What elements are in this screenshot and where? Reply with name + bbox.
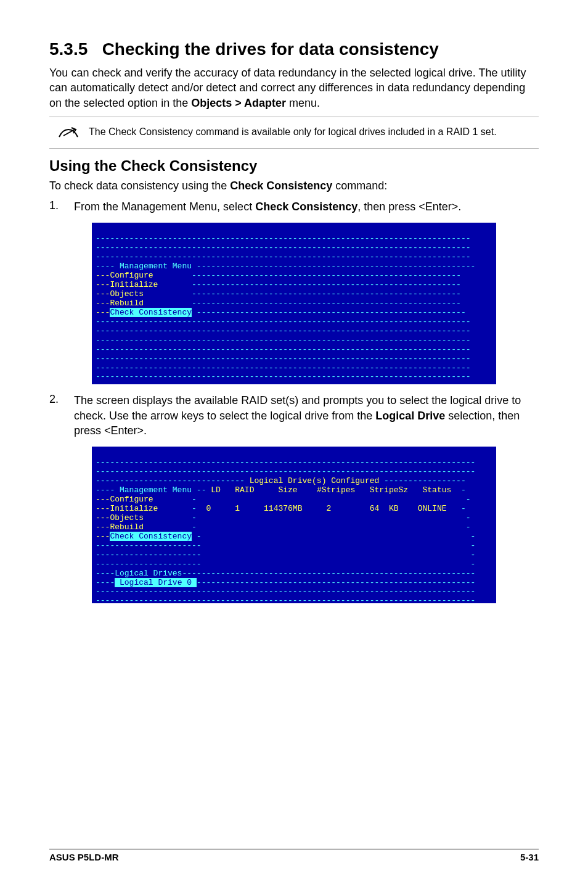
bios1-item-check-consistency: Check Consistency <box>110 308 192 317</box>
bios1-menu-title: ---- Management Menu ---- <box>96 262 216 271</box>
intro-paragraph: You can check and verify the accuracy of… <box>49 65 539 110</box>
section-number: 5.3.5 <box>49 39 88 59</box>
bios1-item-initialize: ---Initialize <box>96 280 158 289</box>
sub-intro-a: To check data consistency using the <box>49 179 230 192</box>
step1-bold: Check Consistency <box>255 200 357 213</box>
bios2-menu-title: ---- Management Menu -- <box>96 485 206 495</box>
step-1: 1. From the Management Menu, select Chec… <box>49 199 539 214</box>
step-2: 2. The screen displays the available RAI… <box>49 393 539 438</box>
bios2-columns: LD RAID Size #Stripes StripeSz Status <box>211 485 451 495</box>
bios1-item-rebuild: ---Rebuild <box>96 299 144 308</box>
note-text: The Check Consistency command is availab… <box>84 126 535 139</box>
bios2-item-objects: ---Objects <box>96 513 144 522</box>
sub-intro-bold: Check Consistency <box>230 179 332 192</box>
footer-product: ASUS P5LD-MR <box>49 852 119 862</box>
bios2-logical-drive-0: Logical Drive 0 <box>115 578 197 587</box>
objects-adapter-bold: Objects > Adapter <box>191 97 286 109</box>
step-1-number: 1. <box>49 199 74 214</box>
sub-intro: To check data consistency using the Chec… <box>49 178 539 193</box>
step2-bold: Logical Drive <box>375 410 445 422</box>
step-2-text: The screen displays the available RAID s… <box>74 393 539 438</box>
bios2-item-configure: ---Configure <box>96 495 153 504</box>
note-box: The Check Consistency command is availab… <box>49 117 539 149</box>
bios-screenshot-2: ----------------------------------------… <box>92 447 496 603</box>
bios2-item-dash: --- <box>96 532 110 541</box>
section-title-text: Checking the drives for data consistency <box>102 39 439 59</box>
step-1-text: From the Management Menu, select Check C… <box>74 199 461 214</box>
step1-c: , then press <Enter>. <box>357 200 461 213</box>
page-footer: ASUS P5LD-MR 5-31 <box>49 849 539 862</box>
bios2-data-row: 0 1 114376MB 2 64 KB ONLINE <box>197 504 447 513</box>
footer-page-number: 5-31 <box>520 852 539 862</box>
note-icon <box>53 123 84 142</box>
bios2-item-rebuild: ---Rebuild <box>96 522 144 532</box>
intro-text-c: menu. <box>286 97 320 109</box>
step-2-number: 2. <box>49 393 74 438</box>
bios2-header: Logical Drive(s) Configured <box>245 476 384 485</box>
bios1-item-objects: ---Objects <box>96 289 144 299</box>
bios2-logical-drives-panel: ----Logical Drives---- <box>96 569 202 578</box>
bios-screenshot-1: ----------------------------------------… <box>92 223 496 384</box>
bios2-item-check-consistency: Check Consistency <box>110 532 192 541</box>
bios2-item-initialize: ---Initialize <box>96 504 158 513</box>
bios1-item-configure: ---Configure <box>96 271 153 280</box>
subheading-using-check-consistency: Using the Check Consistency <box>49 157 539 175</box>
step1-a: From the Management Menu, select <box>74 200 255 213</box>
bios1-item-dash: --- <box>96 308 110 317</box>
section-heading: 5.3.5 Checking the drives for data consi… <box>49 39 539 59</box>
sub-intro-c: command: <box>332 179 387 192</box>
